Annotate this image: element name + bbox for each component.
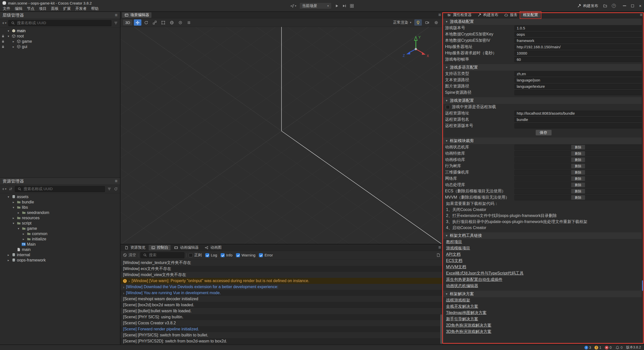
scene-settings-button[interactable]	[432, 19, 440, 26]
module-path-input[interactable]	[515, 164, 571, 169]
checkbox-icon[interactable]	[259, 253, 263, 257]
checkbox-icon[interactable]	[189, 253, 193, 257]
menu-item[interactable]: 文件	[1, 6, 13, 11]
log-row[interactable]: ›[Window] You are running Vue in develop…	[120, 290, 442, 296]
tree-row[interactable]: ▾game	[0, 226, 120, 231]
world-tool-button[interactable]	[168, 19, 176, 26]
filter-warning[interactable]: Warning	[236, 253, 255, 257]
filter-log[interactable]: Log	[205, 253, 217, 257]
log-row[interactable]: !›[Window] [Vue warn]: Property "onInput…	[120, 278, 442, 284]
inspector-tab-1[interactable]: 属性检查器	[445, 12, 474, 18]
scale-tool-button[interactable]	[151, 19, 158, 26]
lock-icon[interactable]	[2, 34, 5, 38]
tree-row[interactable]: ▾root	[0, 33, 120, 39]
property-input[interactable]	[514, 90, 642, 95]
filter-icon[interactable]	[107, 187, 111, 191]
tree-row[interactable]: ▸game	[0, 39, 120, 44]
filter-info[interactable]: Info	[221, 253, 232, 257]
doc-link[interactable]: 新手引导解决方案	[446, 317, 478, 322]
inspector-scrollbar-track[interactable]	[642, 18, 644, 344]
log-row[interactable]: [Scene] Forward render pipeline initiali…	[120, 326, 442, 332]
expand-icon[interactable]: ▸	[7, 258, 10, 262]
log-row[interactable]: [Scene] [box2d]:box2d wasm lib loaded.	[120, 302, 442, 308]
doc-link[interactable]: MVVM文档	[446, 265, 466, 270]
menu-item[interactable]: 扩展	[61, 6, 73, 11]
menu-item[interactable]: 节点	[25, 6, 37, 11]
sort-icon[interactable]	[8, 187, 13, 191]
camera-settings-button[interactable]	[423, 19, 431, 26]
tree-row[interactable]: ▸internal	[0, 252, 120, 257]
help-icon[interactable]: ?	[612, 4, 616, 8]
expand-log-icon[interactable]: ›	[129, 279, 130, 283]
doc-link[interactable]: ECS文档	[446, 258, 462, 264]
doc-link[interactable]: 2D角色扮演游戏解决方案	[446, 323, 491, 328]
section-header[interactable]: ▼框架解决方案	[443, 291, 644, 297]
collapse-icon[interactable]: ▾	[7, 34, 10, 38]
notification-bell[interactable]: 0	[615, 345, 623, 350]
log-row[interactable]: [Window] render_texture文件夹不存在	[120, 260, 442, 266]
doc-link[interactable]: Tiledmap地图解决方案	[446, 310, 487, 316]
section-header[interactable]: ▼框架模块裁剪	[443, 138, 644, 144]
property-input[interactable]: bundle	[514, 117, 642, 122]
collapse-icon[interactable]: ▾	[7, 29, 10, 33]
menu-item[interactable]: 编辑	[13, 6, 25, 11]
tree-row[interactable]: TSMain	[0, 242, 120, 247]
tree-row[interactable]: ▸bundle	[0, 199, 120, 205]
console-tab-3[interactable]: 动画编辑器	[172, 245, 201, 250]
axis-gizmo[interactable]: Y X Z	[401, 33, 430, 63]
inspector-tab-2[interactable]: 构建发布	[475, 12, 501, 18]
module-path-input[interactable]	[515, 176, 571, 181]
lighting-toggle[interactable]	[414, 19, 422, 26]
section-header[interactable]: ▼框架文档工具链接	[443, 232, 644, 239]
menu-item[interactable]: 帮助	[89, 6, 101, 11]
tree-row[interactable]: ▸initialize	[0, 236, 120, 242]
menu-item[interactable]: 项目	[37, 6, 49, 11]
property-input[interactable]: oops	[514, 32, 642, 37]
pivot-tool-button[interactable]	[177, 19, 184, 26]
module-path-input[interactable]	[515, 151, 571, 156]
property-input[interactable]: http://localhost:8083/assets/bundle	[514, 111, 642, 116]
export-log-button[interactable]	[436, 253, 440, 257]
panel-menu-icon[interactable]: ≡	[115, 13, 117, 18]
lock-icon[interactable]	[2, 40, 5, 43]
preview-platform-button[interactable]: ▾	[290, 4, 296, 8]
property-input[interactable]: framework	[514, 38, 642, 43]
rotate-tool-button[interactable]	[142, 19, 150, 26]
expand-log-icon[interactable]: ›	[123, 291, 124, 295]
section-header[interactable]: ▼游戏基础配置	[443, 18, 644, 25]
menu-item[interactable]: 开发者	[73, 6, 89, 11]
save-button[interactable]: 保存	[536, 130, 552, 136]
log-row[interactable]: [Scene] Cocos Creator v3.8.2	[120, 320, 442, 326]
console-tab-4[interactable]: 动画图	[202, 245, 224, 250]
tree-row[interactable]: ▸gui	[0, 44, 120, 49]
render-mode-select[interactable]: 正常渲染▾	[393, 20, 411, 25]
info-count-badge[interactable]: i3	[584, 345, 591, 349]
panel-menu-icon[interactable]: ≡	[438, 245, 441, 250]
property-input[interactable]	[514, 123, 642, 128]
panel-menu-icon[interactable]: ≡	[438, 12, 441, 18]
delete-button[interactable]: 删除	[571, 183, 585, 187]
module-path-input[interactable]	[515, 195, 571, 200]
delete-button[interactable]: 删除	[571, 195, 585, 200]
create-asset-button[interactable]: +▾	[2, 187, 6, 192]
property-input[interactable]: zh,en	[514, 71, 642, 76]
tab-scene-editor[interactable]: 场景编辑器	[122, 12, 151, 18]
checkbox-icon[interactable]	[236, 253, 240, 257]
collapse-icon[interactable]: ▾	[12, 222, 15, 225]
property-input[interactable]: 10000	[514, 51, 642, 56]
log-row[interactable]: [Window] ecs文件夹不存在	[120, 266, 442, 272]
expand-icon[interactable]: ▸	[22, 232, 25, 236]
module-path-input[interactable]	[515, 170, 571, 175]
log-row[interactable]: ›[Window] Download the Vue Devtools exte…	[120, 284, 442, 290]
open-project-folder-icon[interactable]	[603, 4, 607, 8]
filter-正则[interactable]: 正则	[189, 253, 202, 257]
close-button[interactable]: ×	[639, 4, 641, 8]
property-input[interactable]: language/texture	[514, 84, 642, 89]
scene-select[interactable]: 当前场景▾	[299, 3, 332, 9]
module-path-input[interactable]	[515, 189, 571, 194]
snap-tool-button[interactable]	[185, 19, 193, 26]
doc-link[interactable]: 原生包热更新配置自动生成插件	[446, 277, 502, 282]
expand-icon[interactable]: ▸	[12, 200, 15, 204]
delete-button[interactable]: 删除	[571, 151, 585, 156]
module-path-input[interactable]	[515, 157, 571, 162]
